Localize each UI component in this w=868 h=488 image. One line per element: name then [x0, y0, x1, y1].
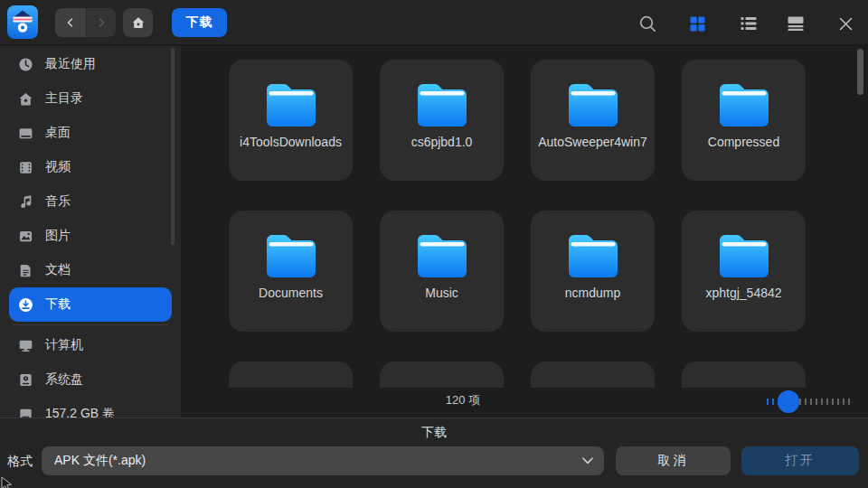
folder-icon	[262, 80, 320, 128]
folder-name: cs6pjbd1.0	[411, 134, 473, 151]
forward-button[interactable]	[87, 8, 116, 37]
folder-icon	[564, 230, 622, 279]
hard-disk-icon	[18, 372, 33, 388]
file-dialog-window: 下载	[0, 0, 868, 488]
folder-name: Documents	[259, 285, 323, 302]
folder-tile[interactable]: xphtgj_54842	[682, 211, 806, 332]
folder-tile[interactable]: Documents	[229, 211, 353, 332]
search-icon	[638, 14, 657, 33]
close-button[interactable]	[834, 12, 857, 35]
folder-icon	[564, 80, 622, 128]
folder-name: ncmdump	[565, 285, 620, 302]
sidebar-item-recent[interactable]: 最近使用	[9, 47, 172, 81]
app-logo-icon	[7, 5, 38, 39]
music-note-icon	[18, 194, 33, 210]
sidebar-item-home[interactable]: 主目录	[9, 81, 172, 116]
folder-name: AutoSweeper4win7	[538, 134, 647, 151]
folder-tile[interactable]: AutoSweeper4win7	[531, 60, 655, 181]
folder-icon	[413, 80, 471, 128]
folder-name: xphtgj_54842	[705, 285, 781, 302]
folder-name: Music	[425, 285, 458, 302]
folder-icon	[715, 230, 773, 279]
folder-tile-partial[interactable]	[229, 361, 353, 388]
home-icon	[131, 15, 146, 30]
detail-view-icon	[788, 16, 804, 31]
desktop-icon	[18, 126, 33, 141]
sidebar-item-documents[interactable]: 文档	[9, 253, 172, 287]
sidebar-item-label: 计算机	[45, 337, 83, 353]
folder-name: Compressed	[708, 134, 779, 151]
folder-icon	[413, 230, 471, 279]
sidebar-item-label: 视频	[45, 159, 71, 175]
mouse-cursor	[0, 476, 14, 488]
sidebar-item-videos[interactable]: 视频	[9, 150, 172, 184]
volume-disk-icon	[18, 407, 33, 418]
chevron-down-icon	[582, 457, 593, 465]
cancel-button[interactable]: 取消	[616, 446, 731, 475]
view-list-button[interactable]	[737, 12, 760, 35]
format-selected-value: APK 文件(*.apk)	[54, 453, 582, 469]
sidebar: 最近使用 主目录 桌面 视频 音乐 图片	[0, 46, 181, 418]
titlebar: 下载	[0, 0, 868, 45]
sidebar-item-downloads[interactable]: 下载	[9, 287, 172, 322]
dialog-title: 下载	[0, 425, 868, 441]
list-view-icon	[741, 16, 757, 31]
chevron-left-icon	[65, 17, 76, 28]
folder-tile-partial[interactable]	[682, 361, 806, 388]
sidebar-item-label: 最近使用	[45, 56, 96, 72]
home-icon	[18, 91, 33, 107]
grid-view-icon	[690, 16, 705, 32]
sidebar-item-desktop[interactable]: 桌面	[9, 116, 172, 150]
sidebar-item-volume[interactable]: 157.2 GB 卷	[9, 397, 172, 418]
sidebar-item-label: 系统盘	[45, 371, 83, 388]
folder-tile[interactable]: cs6pjbd1.0	[380, 60, 504, 181]
folder-tile-partial[interactable]	[380, 361, 504, 388]
folder-grid: i4ToolsDownloads cs6pjbd1.0 AutoSweeper4…	[229, 60, 807, 388]
sidebar-divider	[13, 324, 168, 325]
close-icon	[838, 16, 854, 32]
view-detail-button[interactable]	[784, 12, 807, 35]
dialog-footer: 下载 格式 APK 文件(*.apk) 取消 打开	[0, 418, 868, 488]
content-scrollbar[interactable]	[857, 49, 863, 95]
back-button[interactable]	[55, 8, 87, 37]
image-icon	[18, 229, 33, 244]
search-button[interactable]	[636, 12, 659, 35]
computer-icon	[18, 338, 33, 353]
sidebar-item-pictures[interactable]: 图片	[9, 219, 172, 253]
clock-icon	[18, 57, 33, 72]
sidebar-scrollbar[interactable]	[171, 48, 175, 245]
nav-history-group	[55, 8, 116, 37]
document-icon	[18, 263, 33, 278]
sidebar-item-label: 主目录	[45, 90, 83, 107]
download-circle-icon	[18, 297, 33, 313]
item-count-status: 120 项	[409, 392, 517, 408]
sidebar-item-label: 下载	[45, 296, 71, 313]
folder-tile[interactable]: Music	[380, 211, 504, 332]
sidebar-item-music[interactable]: 音乐	[9, 184, 172, 219]
slider-thumb[interactable]	[778, 390, 799, 413]
home-button[interactable]	[123, 8, 153, 37]
format-select[interactable]: APK 文件(*.apk)	[42, 446, 604, 475]
sidebar-item-computer[interactable]: 计算机	[9, 328, 172, 362]
folder-tile-partial[interactable]	[531, 361, 655, 388]
open-button[interactable]: 打开	[741, 446, 859, 475]
sidebar-item-label: 桌面	[45, 125, 71, 141]
breadcrumb-tab-downloads[interactable]: 下载	[172, 8, 227, 37]
sidebar-item-label: 图片	[45, 228, 71, 244]
sidebar-item-label: 157.2 GB 卷	[45, 406, 115, 418]
folder-icon	[262, 230, 320, 279]
sidebar-item-system-disk[interactable]: 系统盘	[9, 362, 172, 397]
folder-tile[interactable]: i4ToolsDownloads	[229, 60, 353, 181]
icon-size-slider[interactable]	[767, 389, 854, 414]
format-label: 格式	[7, 446, 33, 475]
sidebar-item-label: 音乐	[45, 193, 71, 210]
folder-icon	[715, 80, 773, 128]
folder-tile[interactable]: ncmdump	[531, 211, 655, 332]
folder-name: i4ToolsDownloads	[240, 134, 342, 151]
film-icon	[18, 160, 33, 175]
folder-tile[interactable]: Compressed	[682, 60, 806, 181]
view-grid-button[interactable]	[685, 12, 709, 35]
file-grid-area: i4ToolsDownloads cs6pjbd1.0 AutoSweeper4…	[181, 46, 868, 418]
sidebar-item-label: 文档	[45, 262, 71, 278]
chevron-right-icon	[96, 17, 107, 28]
